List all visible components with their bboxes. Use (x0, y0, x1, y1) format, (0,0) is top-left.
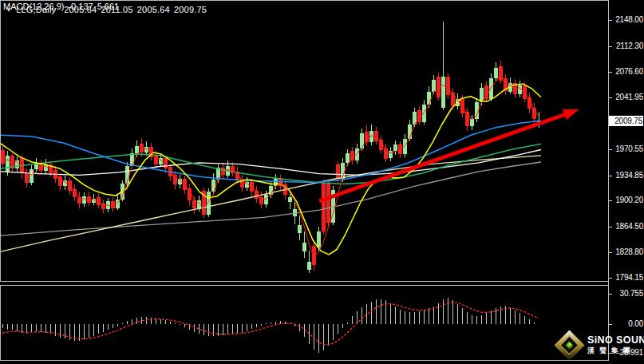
axis-label: 30.755 (612, 289, 643, 299)
logo-diamond-icon (554, 330, 584, 360)
axis-label: 2112.30 (612, 42, 643, 51)
trend-arrow-head (563, 109, 579, 120)
macd-signal-value: 5.661 (97, 2, 120, 11)
current-price-tag: 2009.75 (609, 116, 643, 126)
main-chart-panel (0, 0, 608, 282)
axis-label: 1900.20 (612, 196, 643, 205)
macd-title: MACD(12,26,9)-0.1375.661 (3, 2, 123, 11)
axis-label: 1970.55 (612, 144, 643, 154)
price-scale[interactable]: 2148.002112.302076.602041.951970.551934.… (608, 0, 644, 364)
ma-gray (1, 162, 541, 235)
axis-label: 2076.60 (612, 67, 643, 77)
axis-label: 1864.50 (612, 222, 643, 231)
axis-label: 1934.85 (612, 171, 643, 180)
macd-main-value: -0.137 (68, 2, 93, 11)
axis-label: 2148.00 (612, 15, 643, 25)
axis-label: 0.00 (612, 319, 643, 329)
close-value: 2009.75 (174, 5, 207, 14)
axis-label: -28.991 (612, 348, 643, 358)
trading-terminal-window: ▼LLG,Daily2005.642011.052005.642009.75 M… (0, 0, 644, 364)
macd-name-label: MACD(12,26,9) (3, 2, 64, 11)
macd-canvas[interactable] (1, 286, 607, 360)
main-chart-canvas[interactable] (1, 1, 607, 281)
axis-label: 1828.80 (612, 247, 643, 257)
low-value: 2005.64 (137, 5, 170, 14)
axis-label: 2041.95 (612, 93, 643, 102)
macd-indicator-panel (0, 285, 608, 361)
ma-khaki (1, 156, 541, 251)
axis-label: 1794.15 (612, 273, 643, 283)
